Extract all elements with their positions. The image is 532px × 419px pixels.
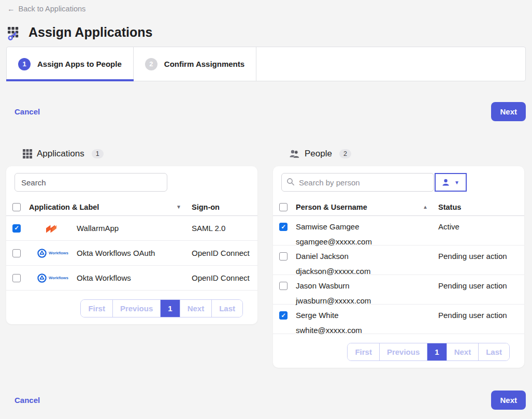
row-checkbox[interactable] — [279, 252, 287, 261]
tab-2-label: Confirm Assignments — [164, 60, 245, 68]
row-checkbox[interactable] — [279, 282, 287, 290]
sort-desc-icon: ▼ — [176, 204, 192, 210]
person-name: Jason Wasburn — [296, 281, 350, 290]
assign-app-key-icon — [7, 26, 23, 41]
person-filter-icon — [442, 179, 450, 186]
people-col-main-header[interactable]: Person & Username ▲ — [296, 203, 438, 211]
people-icon — [290, 150, 300, 158]
people-table-header: Person & Username ▲ Status — [273, 198, 524, 216]
person-name: Serge White — [296, 311, 339, 320]
workflows-logo-text: Workflows — [49, 276, 68, 280]
application-row-okta-workflows: Workflows Okta Workflows OpenID Connect — [6, 266, 257, 291]
people-pagination: First Previous 1 Next Last — [273, 334, 524, 368]
pagination-page-1-button[interactable]: 1 — [160, 300, 179, 317]
application-name: Okta Workflows — [77, 273, 192, 282]
pagination-last-button[interactable]: Last — [211, 300, 242, 317]
row-checkbox[interactable] — [12, 224, 21, 233]
pagination-last-button[interactable]: Last — [478, 343, 509, 360]
row-checkbox[interactable] — [12, 274, 21, 282]
applications-grid-icon — [23, 149, 32, 158]
okta-workflows-logo: Workflows — [29, 249, 77, 258]
applications-panel-header: Applications 1 — [6, 148, 257, 160]
application-signon: OpenID Connect — [192, 249, 257, 257]
back-link-label: Back to Applications — [19, 5, 86, 13]
pagination-previous-button[interactable]: Previous — [112, 300, 160, 317]
person-name: Daniel Jackson — [296, 252, 349, 261]
wallarm-logo — [29, 224, 77, 233]
applications-select-all-checkbox[interactable] — [12, 203, 21, 211]
application-signon: SAML 2.0 — [192, 224, 257, 233]
applications-search-row — [6, 166, 257, 198]
people-filter-dropdown[interactable]: ▼ — [435, 173, 467, 192]
people-panel-header: People 2 — [273, 148, 524, 160]
pagination-next-button[interactable]: Next — [447, 343, 479, 360]
person-row-daniel-jackson: Daniel Jackson djackson@xxxxx.com Pendin… — [273, 245, 524, 275]
row-checkbox[interactable] — [279, 223, 287, 231]
applications-col-main-label: Application & Label — [29, 203, 99, 211]
applications-panel: Applications 1 Application & Label ▼ Sig… — [6, 148, 257, 324]
people-panel-title: People — [305, 149, 332, 159]
applications-card: Application & Label ▼ Sign-on WallarmApp — [6, 166, 257, 324]
cancel-link-top[interactable]: Cancel — [15, 107, 40, 116]
application-name: WallarmApp — [77, 224, 192, 233]
people-panel: People 2 — [273, 148, 524, 368]
sort-asc-icon: ▲ — [423, 204, 438, 210]
people-search-input[interactable] — [281, 173, 434, 192]
tab-assign-apps-to-people[interactable]: 1 Assign Apps to People — [7, 47, 134, 81]
people-col-status-header: Status — [438, 203, 524, 211]
pagination-first-button[interactable]: First — [348, 343, 379, 360]
okta-workflows-logo: Workflows — [29, 273, 77, 283]
page-title-row: Assign Applications — [7, 25, 525, 40]
applications-pagination: First Previous 1 Next Last — [6, 291, 257, 324]
applications-table-header: Application & Label ▼ Sign-on — [6, 198, 257, 216]
applications-panel-title: Applications — [37, 149, 84, 159]
applications-count-badge: 1 — [92, 149, 104, 158]
next-button-top[interactable]: Next — [491, 102, 526, 121]
step-2-circle: 2 — [145, 58, 157, 70]
row-checkbox[interactable] — [279, 311, 287, 320]
top-action-row: Cancel Next — [6, 102, 526, 121]
person-row-jason-wasburn: Jason Wasburn jwasburn@xxxxx.com Pending… — [273, 275, 524, 305]
workflows-logo-text: Workflows — [49, 251, 68, 255]
pagination-first-button[interactable]: First — [81, 300, 112, 317]
back-to-applications-link[interactable]: ← Back to Applications — [6, 0, 87, 13]
page-title: Assign Applications — [28, 25, 152, 40]
people-search-row: ▼ — [273, 166, 524, 198]
step-1-circle: 1 — [18, 58, 31, 70]
person-status: Pending user action — [438, 305, 524, 323]
assign-applications-page: ← Back to Applications Assign Applicatio… — [0, 0, 532, 410]
tab-1-label: Assign Apps to People — [37, 60, 122, 68]
applications-col-main-header[interactable]: Application & Label ▼ — [29, 203, 192, 211]
person-status: Pending user action — [438, 245, 524, 264]
people-count-badge: 2 — [339, 149, 351, 158]
person-name: Samwise Gamgee — [296, 222, 360, 231]
people-select-all-checkbox[interactable] — [279, 203, 287, 211]
tab-bar-spacer — [256, 47, 525, 81]
application-row-wallarmapp: WallarmApp SAML 2.0 — [6, 216, 257, 241]
people-col-main-label: Person & Username — [296, 203, 367, 211]
wizard-tab-bar: 1 Assign Apps to People 2 Confirm Assign… — [6, 47, 526, 81]
person-row-samwise-gamgee: Samwise Gamgee sgamgee@xxxxx.com Active — [273, 216, 524, 245]
person-status: Pending user action — [438, 275, 524, 294]
application-name: Okta Workflows OAuth — [77, 249, 192, 257]
applications-search-input[interactable] — [15, 173, 167, 192]
back-arrow-icon: ← — [7, 5, 15, 13]
pagination-previous-button[interactable]: Previous — [379, 343, 427, 360]
pagination-next-button[interactable]: Next — [180, 300, 212, 317]
panels-row: Applications 1 Application & Label ▼ Sig… — [6, 148, 526, 368]
people-card: ▼ Person & Username ▲ Status Samwise Gam… — [273, 166, 524, 368]
next-button-bottom[interactable]: Next — [491, 391, 526, 410]
bottom-action-row: Cancel Next — [6, 391, 526, 410]
pagination-page-1-button[interactable]: 1 — [427, 343, 446, 360]
person-status: Active — [438, 216, 524, 235]
search-icon — [286, 178, 295, 186]
application-signon: OpenID Connect — [192, 273, 257, 282]
row-checkbox[interactable] — [12, 249, 21, 257]
chevron-down-icon: ▼ — [454, 180, 459, 185]
person-row-serge-white: Serge White swhite@xxxxx.com Pending use… — [273, 305, 524, 334]
application-row-okta-workflows-oauth: Workflows Okta Workflows OAuth OpenID Co… — [6, 241, 257, 266]
cancel-link-bottom[interactable]: Cancel — [15, 396, 40, 404]
person-username: swhite@xxxxx.com — [296, 323, 438, 338]
applications-col-signon-header: Sign-on — [192, 203, 257, 211]
tab-confirm-assignments[interactable]: 2 Confirm Assignments — [134, 47, 256, 81]
